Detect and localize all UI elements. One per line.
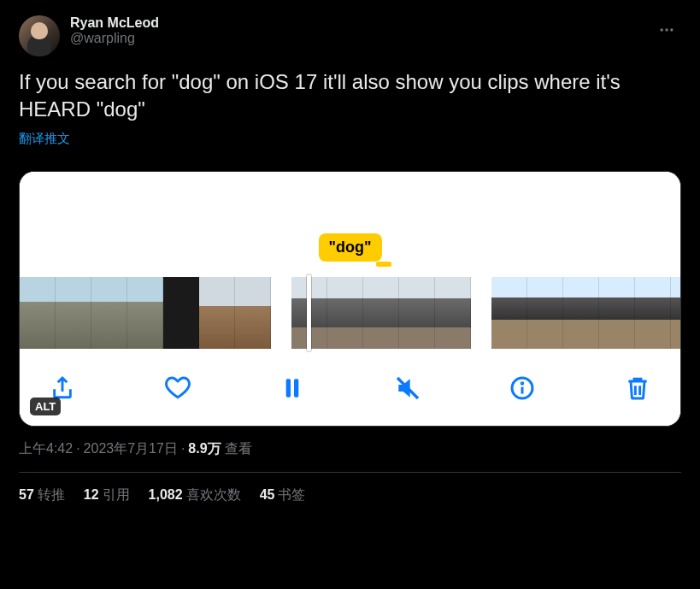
video-frame [199, 277, 235, 349]
video-frame [56, 277, 91, 349]
delete-button[interactable] [621, 371, 655, 405]
avatar[interactable] [19, 15, 60, 56]
video-frame [163, 277, 199, 349]
svg-rect-4 [294, 379, 298, 397]
divider [19, 472, 681, 473]
author-block[interactable]: Ryan McLeod @warpling [70, 15, 159, 46]
retweets-label: 转推 [38, 487, 65, 502]
mute-icon [394, 374, 421, 402]
media-top-area: "dog" [20, 172, 680, 262]
meta-dot: · [76, 441, 79, 456]
transcript-marker [376, 262, 391, 267]
tweet-date[interactable]: 2023年7月17日 [84, 440, 178, 458]
tweet-header: Ryan McLeod @warpling [19, 15, 681, 56]
clip-group-1[interactable] [20, 277, 271, 349]
info-button[interactable] [505, 371, 539, 405]
tweet-meta: 上午4:42 · 2023年7月17日 · 8.9万 查看 [19, 440, 681, 458]
display-name: Ryan McLeod [70, 15, 159, 31]
handle: @warpling [70, 31, 159, 46]
pause-icon [279, 374, 306, 402]
media-toolbar [20, 356, 680, 426]
views-label: 查看 [225, 440, 252, 458]
info-icon [509, 374, 536, 402]
like-button[interactable] [161, 371, 195, 405]
svg-point-0 [661, 28, 663, 31]
filmstrip[interactable] [20, 262, 680, 356]
likes-label: 喜欢次数 [186, 487, 241, 502]
views-count: 8.9万 [188, 440, 221, 458]
translate-link[interactable]: 翻译推文 [19, 131, 70, 147]
media-card[interactable]: "dog" [19, 171, 681, 427]
tweet-time[interactable]: 上午4:42 [19, 440, 73, 458]
more-button[interactable] [652, 15, 681, 44]
tweet-container: Ryan McLeod @warpling If you search for … [5, 5, 695, 515]
quotes-count: 12 [84, 487, 99, 502]
meta-dot: · [181, 441, 185, 456]
bookmarks-count: 45 [260, 487, 275, 502]
svg-point-1 [665, 28, 668, 31]
video-frame [327, 277, 363, 349]
likes-stat[interactable]: 1,082喜欢次数 [149, 486, 241, 504]
video-frame [127, 277, 163, 349]
alt-badge[interactable]: ALT [30, 398, 61, 415]
clip-group-2[interactable] [291, 277, 471, 349]
transcript-badge: "dog" [318, 233, 381, 262]
bookmarks-stat[interactable]: 45书签 [260, 486, 306, 504]
clip-group-3[interactable] [491, 277, 681, 349]
heart-icon [164, 374, 191, 402]
video-frame [435, 277, 471, 349]
svg-rect-3 [286, 379, 291, 397]
retweets-count: 57 [19, 487, 34, 502]
pause-button[interactable] [275, 371, 309, 405]
stats-row: 57转推 12引用 1,082喜欢次数 45书签 [19, 486, 681, 504]
trash-icon [624, 374, 651, 402]
video-frame [491, 277, 527, 349]
likes-count: 1,082 [149, 487, 183, 502]
retweets-stat[interactable]: 57转推 [19, 486, 65, 504]
video-frame [235, 277, 271, 349]
video-frame [399, 277, 435, 349]
bookmarks-label: 书签 [278, 487, 305, 502]
video-frame [91, 277, 127, 349]
playhead[interactable] [307, 274, 311, 351]
video-frame [671, 277, 681, 349]
tweet-text: If you search for "dog" on iOS 17 it'll … [19, 68, 681, 124]
svg-point-8 [522, 382, 524, 384]
video-frame [20, 277, 56, 349]
video-frame [599, 277, 635, 349]
ellipsis-icon [658, 21, 675, 38]
video-frame [527, 277, 563, 349]
video-frame [635, 277, 671, 349]
quotes-stat[interactable]: 12引用 [84, 486, 130, 504]
svg-point-2 [670, 28, 673, 31]
video-frame [363, 277, 399, 349]
quotes-label: 引用 [103, 487, 130, 502]
mute-button[interactable] [391, 371, 425, 405]
video-frame [563, 277, 599, 349]
